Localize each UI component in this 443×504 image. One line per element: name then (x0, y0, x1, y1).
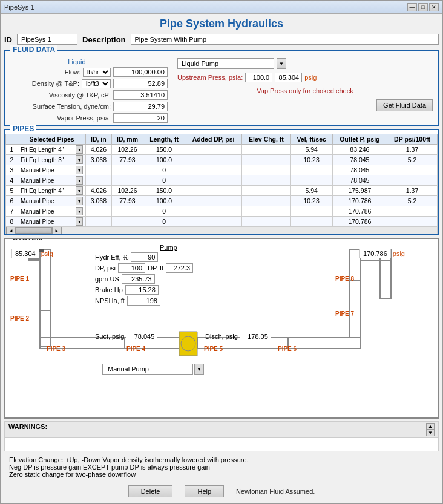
viscosity-value[interactable]: 3.51410 (113, 90, 168, 100)
pipe-data-cell: 1.37 (387, 186, 438, 196)
gpm-val[interactable]: 235.73 (122, 274, 155, 284)
pipe-name-cell[interactable]: Manual Pipe▼ (18, 175, 86, 186)
pump-label-header: Pump (160, 244, 177, 251)
pipe-name-cell[interactable]: Manual Pipe▼ (18, 206, 86, 217)
pipe-data-cell (86, 206, 111, 217)
get-fluid-data-button[interactable]: Get Fluid Data (376, 99, 433, 111)
brake-hp-row: Brake Hp 15.28 (95, 285, 193, 295)
col-dp: DP psi/100ft (387, 134, 438, 145)
table-row: 5Fit Eq Length 4"▼4.026102.26150.05.9417… (6, 186, 438, 196)
pipe-name-cell[interactable]: Manual Pipe▼ (18, 217, 86, 227)
pipes-table: Selected Pipes ID, in ID, mm Length, ft … (5, 134, 438, 227)
pump-params: Hydr Eff, % 90 DP, psi 100 DP, ft 272.3 … (95, 252, 193, 306)
pipe6-label: PIPE 6 (278, 345, 297, 352)
note1: Elevation Change: +Up, -Down Vapor densi… (9, 456, 434, 463)
id-field[interactable]: PipeSys 1 (17, 34, 77, 45)
pipe-name-cell[interactable]: Fit Eq Length 4"▼ (18, 145, 86, 155)
suct-val[interactable]: 78.045 (126, 332, 157, 341)
brake-hp-label: Brake Hp (95, 286, 123, 293)
scroll-right-btn[interactable]: ► (52, 227, 62, 234)
disch-label: Disch, psig (205, 333, 238, 340)
flow-unit-select[interactable]: lb/hr (83, 68, 111, 77)
minimize-button[interactable]: — (407, 3, 417, 11)
pipe-data-cell (185, 217, 242, 227)
pipe1-press-unit: psig (41, 250, 53, 257)
pipe-data-cell: 5.94 (290, 145, 332, 155)
pipes-scrollbar-h[interactable]: ◄ ► (5, 227, 438, 234)
scroll-down-btn[interactable]: ▼ (426, 430, 435, 436)
pipe-data-cell: 0 (143, 206, 185, 217)
pipe-name-cell[interactable]: Fit Eq Length 3"▼ (18, 155, 86, 165)
row-num: 2 (6, 155, 18, 165)
close-button[interactable]: ✕ (429, 3, 439, 11)
pipe-data-cell: 175.987 (332, 186, 387, 196)
window-title: PipeSys 1 (4, 4, 34, 11)
dropdown-icon: ▼ (279, 61, 284, 67)
pipe7-label: PIPE 7 (335, 310, 354, 317)
npsha-val[interactable]: 198 (127, 296, 160, 306)
newtonian-note: Newtonian Fluid Assumed. (236, 488, 315, 495)
pump-type-selector: Manual Pump ▼ (102, 364, 204, 375)
pipe-data-cell (185, 186, 242, 196)
pipe-data-cell (242, 155, 290, 165)
bottom-actions: Delete Help Newtonian Fluid Assumed. (4, 483, 439, 500)
dp-ft-label: DP, ft (148, 264, 163, 272)
vapor-press-value[interactable]: 20 (113, 113, 168, 123)
pipe-data-cell (86, 217, 111, 227)
table-row: 3Manual Pipe▼078.045 (6, 165, 438, 175)
minimize-icon: — (410, 4, 415, 10)
desc-label: Description (82, 35, 126, 44)
help-button[interactable]: Help (185, 485, 224, 497)
pipe1-press-area: 85.304 psig (11, 249, 53, 258)
pump-type-select-display[interactable]: Manual Pump (102, 364, 193, 375)
id-label: ID (4, 35, 12, 44)
scroll-thumb-h[interactable] (16, 227, 52, 234)
pipe-data-cell: 1.37 (387, 145, 438, 155)
main-content: Pipe System Hydraulics ID PipeSys 1 Desc… (1, 14, 442, 503)
brake-hp-val[interactable]: 15.28 (125, 285, 159, 295)
disch-val[interactable]: 178.05 (240, 332, 271, 341)
col-added-dp: Added DP, psi (185, 134, 242, 145)
density-value[interactable]: 52.89 (113, 79, 168, 88)
table-row: 6Manual Pipe▼3.06877.93100.010.23170.786… (6, 196, 438, 206)
col-length: Length, ft (143, 134, 185, 145)
col-elev-chg: Elev Chg, ft (242, 134, 290, 145)
pipe-data-cell (111, 217, 143, 227)
dp-psi-val[interactable]: 100 (118, 263, 145, 273)
dp-psi-label: DP, psi (95, 264, 116, 272)
upstream-press-val2[interactable]: 85.304 (275, 73, 302, 82)
pipe-name-cell[interactable]: Fit Eq Length 4"▼ (18, 186, 86, 196)
fluid-section: FLUID DATA Liquid Flow: lb/hr 100,000.00… (4, 50, 439, 126)
density-unit-select[interactable]: lb/ft3 (82, 79, 111, 88)
table-row: 8Manual Pipe▼0170.786 (6, 217, 438, 227)
pipe-data-cell (242, 196, 290, 206)
npsha-row: NPSHa, ft 198 (95, 296, 193, 306)
maximize-button[interactable]: □ (418, 3, 428, 11)
pump-dropdown-arrow[interactable]: ▼ (277, 58, 286, 69)
vapor-press-label: Vapor Press, psia: (57, 114, 111, 122)
pipe-data-cell (290, 165, 332, 175)
dp-ft-val[interactable]: 272.3 (166, 263, 193, 273)
hydr-eff-val[interactable]: 90 (131, 252, 158, 262)
scroll-left-btn[interactable]: ◄ (6, 227, 16, 234)
pipe-data-cell: 0 (143, 165, 185, 175)
pipe-data-cell (242, 206, 290, 217)
col-num (6, 134, 18, 145)
upstream-press-val1[interactable]: 100.0 (245, 73, 272, 82)
pipe8-pressure-badge: 170.786 (359, 249, 391, 258)
pump-type-display[interactable]: Liquid Pump (177, 58, 274, 69)
delete-button[interactable]: Delete (128, 485, 173, 497)
pipe-name-cell[interactable]: Manual Pipe▼ (18, 196, 86, 206)
upstream-press-row: Upstream Press, psia: 100.0 85.304 psig (177, 73, 433, 82)
surface-tension-value[interactable]: 29.79 (113, 102, 168, 111)
pipe-data-cell (185, 206, 242, 217)
table-row: 1Fit Eq Length 4"▼4.026102.26150.05.9483… (6, 145, 438, 155)
suct-label: Suct, psig (95, 333, 124, 340)
pump-type-dropdown-btn[interactable]: ▼ (194, 364, 204, 375)
flow-value[interactable]: 100,000.00 (113, 67, 168, 77)
pipe-name-cell[interactable]: Manual Pipe▼ (18, 165, 86, 175)
desc-field[interactable]: Pipe System With Pump (131, 34, 439, 45)
hydr-eff-label: Hydr Eff, % (95, 254, 128, 261)
density-row: Density @ T&P: lb/ft3 52.89 (10, 79, 168, 88)
scroll-up-btn[interactable]: ▲ (426, 423, 435, 430)
